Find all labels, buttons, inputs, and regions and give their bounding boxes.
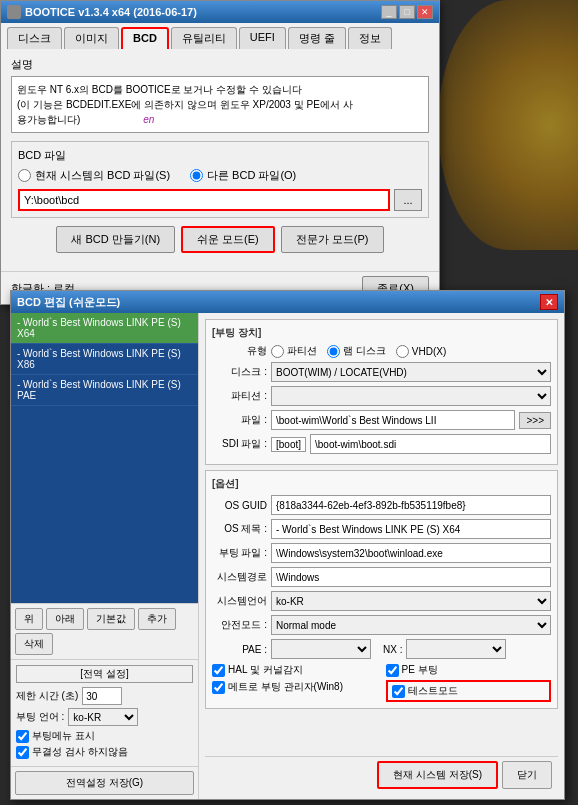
os-title-label: OS 제목 : <box>212 522 267 536</box>
desc-line3: 용가능합니다) en <box>17 112 423 127</box>
move-up-button[interactable]: 위 <box>15 608 43 630</box>
add-entry-button[interactable]: 추가 <box>138 608 176 630</box>
radio-current-bcd[interactable]: 현재 시스템의 BCD 파일(S) <box>18 168 170 183</box>
move-down-button[interactable]: 아래 <box>46 608 84 630</box>
radio-partition[interactable]: 파티션 <box>271 344 317 358</box>
browse-button[interactable]: ... <box>394 189 422 211</box>
partition-select[interactable] <box>271 386 551 406</box>
tab-utility[interactable]: 유틸리티 <box>171 27 237 49</box>
pe-label: PE 부팅 <box>402 663 438 677</box>
hal-checkbox[interactable] <box>212 664 225 677</box>
main-window: BOOTICE v1.3.4 x64 (2016-06-17) _ □ ✕ 디스… <box>0 0 440 305</box>
testmode-checkbox[interactable] <box>392 685 405 698</box>
testmode-check-row: 테스트모드 <box>386 680 552 702</box>
boot-file-input[interactable] <box>271 543 551 563</box>
hal-label: HAL 및 커널감지 <box>228 663 303 677</box>
main-tabs: 디스크 이미지 BCD 유틸리티 UEFI 명령 줄 정보 <box>1 23 439 49</box>
desc-line2: (이 기능은 BCDEDIT.EXE에 의존하지 않으며 윈도우 XP/2003… <box>17 97 423 112</box>
bcd-path-input[interactable] <box>18 189 390 211</box>
metro-checkbox[interactable] <box>212 681 225 694</box>
minimize-button[interactable]: _ <box>381 5 397 19</box>
save-current-button[interactable]: 현재 시스템 저장(S) <box>377 761 498 789</box>
integrity-checkbox[interactable] <box>16 746 29 759</box>
file-label: 파일 : <box>212 413 267 427</box>
app-icon <box>7 5 21 19</box>
delete-entry-button[interactable]: 삭제 <box>15 633 53 655</box>
boot-lang-select[interactable]: ko-KR <box>68 708 138 726</box>
disk-select[interactable]: BOOT(WIM) / LOCATE(VHD) <box>271 362 551 382</box>
tab-uefi[interactable]: UEFI <box>239 27 286 49</box>
main-title-bar: BOOTICE v1.3.4 x64 (2016-06-17) _ □ ✕ <box>1 1 439 23</box>
left-bottom-actions: 전역설정 저장(G) <box>11 766 198 799</box>
boot-lang-label: 부팅 언어 : <box>16 710 64 724</box>
bootmenu-checkbox[interactable] <box>16 730 29 743</box>
os-guid-label: OS GUID <box>212 500 267 511</box>
pe-check-row: PE 부팅 <box>386 663 552 677</box>
set-default-button[interactable]: 기본값 <box>87 608 135 630</box>
boot-device-title: [부팅 장치] <box>212 326 551 340</box>
radio-vhd[interactable]: VHD(X) <box>396 345 446 358</box>
tab-info[interactable]: 정보 <box>348 27 392 49</box>
timeout-label: 제한 시간 (초) <box>16 689 78 703</box>
syspath-label: 시스템경로 <box>212 570 267 584</box>
testmode-label: 테스트모드 <box>408 684 458 698</box>
syslang-select[interactable]: ko-KR <box>271 591 551 611</box>
file-input[interactable] <box>271 410 515 430</box>
pe-checkbox[interactable] <box>386 664 399 677</box>
right-bottom-buttons: 현재 시스템 저장(S) 닫기 <box>205 756 558 793</box>
options-title: [옵션] <box>212 477 551 491</box>
tab-bcd[interactable]: BCD <box>121 27 169 49</box>
global-settings-title: [전역 설정] <box>16 665 193 683</box>
left-panel: - World`s Best Windows LINK PE (S) X64 -… <box>11 313 199 799</box>
syspath-input[interactable] <box>271 567 551 587</box>
tab-disk[interactable]: 디스크 <box>7 27 62 49</box>
desc-section-label: 설명 <box>11 57 429 72</box>
save-global-button[interactable]: 전역설정 저장(G) <box>15 771 194 795</box>
pae-label: PAE : <box>212 644 267 655</box>
main-window-title: BOOTICE v1.3.4 x64 (2016-06-17) <box>25 6 197 18</box>
main-close-button[interactable]: ✕ <box>417 5 433 19</box>
syslang-label: 시스템언어 <box>212 594 267 608</box>
entry-item-0[interactable]: - World`s Best Windows LINK PE (S) X64 <box>11 313 198 344</box>
bcd-close-button[interactable]: ✕ <box>540 294 558 310</box>
pae-select[interactable] <box>271 639 371 659</box>
global-settings: [전역 설정] 제한 시간 (초) 부팅 언어 : ko-KR 부팅메뉴 표시 <box>11 659 198 766</box>
os-guid-input[interactable] <box>271 495 551 515</box>
tab-image[interactable]: 이미지 <box>64 27 119 49</box>
timeout-input[interactable] <box>82 687 122 705</box>
safemode-select[interactable]: Normal mode <box>271 615 551 635</box>
metro-label: 메트로 부팅 관리자(Win8) <box>228 680 343 694</box>
en-label: en <box>143 114 154 125</box>
sdi-prefix: [boot] <box>271 437 306 452</box>
easy-mode-button[interactable]: 쉬운 모드(E) <box>181 226 275 253</box>
bcd-file-label: BCD 파일 <box>18 148 422 163</box>
boot-device-section: [부팅 장치] 유형 파티션 램 디스크 <box>205 319 558 465</box>
new-bcd-button[interactable]: 새 BCD 만들기(N) <box>56 226 175 253</box>
type-label: 유형 <box>212 344 267 358</box>
maximize-button[interactable]: □ <box>399 5 415 19</box>
entry-item-1[interactable]: - World`s Best Windows LINK PE (S) X86 <box>11 344 198 375</box>
hal-check-row: HAL 및 커널감지 <box>212 663 378 677</box>
file-arrow-button[interactable]: >>> <box>519 412 551 429</box>
expert-mode-button[interactable]: 전문가 모드(P) <box>281 226 384 253</box>
metro-check-row: 메트로 부팅 관리자(Win8) <box>212 680 378 694</box>
disk-label: 디스크 : <box>212 365 267 379</box>
entry-list: - World`s Best Windows LINK PE (S) X64 -… <box>11 313 198 603</box>
nx-select[interactable] <box>406 639 506 659</box>
right-panel: [부팅 장치] 유형 파티션 램 디스크 <box>199 313 564 799</box>
close-bcd-button[interactable]: 닫기 <box>502 761 552 789</box>
bcd-edit-window: BCD 편집 (쉬운모드) ✕ - World`s Best Windows L… <box>10 290 565 800</box>
tab-cmdline[interactable]: 명령 줄 <box>288 27 346 49</box>
bcd-file-section: BCD 파일 현재 시스템의 BCD 파일(S) 다른 BCD 파일(O) ..… <box>11 141 429 218</box>
radio-other-bcd[interactable]: 다른 BCD 파일(O) <box>190 168 296 183</box>
sdi-input[interactable] <box>310 434 551 454</box>
integrity-label: 무결성 검사 하지않음 <box>32 745 128 759</box>
sdi-label: SDI 파일 : <box>212 437 267 451</box>
safemode-label: 안전모드 : <box>212 618 267 632</box>
entry-item-2[interactable]: - World`s Best Windows LINK PE (S) PAE <box>11 375 198 406</box>
os-title-input[interactable] <box>271 519 551 539</box>
nav-buttons: 위 아래 기본값 추가 삭제 <box>11 603 198 659</box>
radio-ram-disk[interactable]: 램 디스크 <box>327 344 386 358</box>
nx-label: NX : <box>383 644 402 655</box>
description-box: 윈도우 NT 6.x의 BCD를 BOOTICE로 보거나 수정할 수 있습니다… <box>11 76 429 133</box>
